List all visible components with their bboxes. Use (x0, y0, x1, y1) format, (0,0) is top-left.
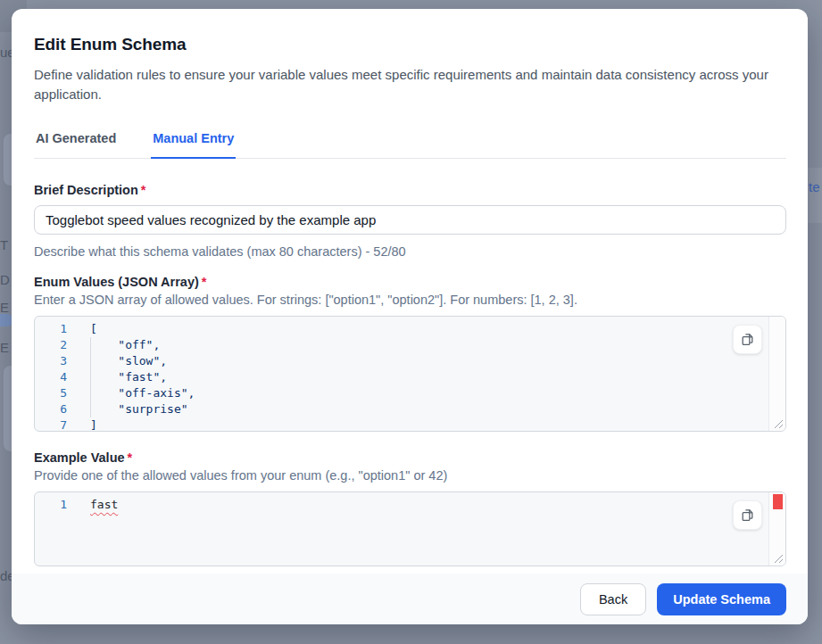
line-number: 1 (35, 497, 67, 513)
code-line-text: [ (90, 321, 97, 337)
indent-guide (90, 337, 91, 417)
brief-description-label-text: Brief Description (34, 183, 138, 197)
line-number: 1 (35, 321, 67, 337)
line-number: 4 (35, 369, 67, 385)
example-value-code-editor[interactable]: 1fast (34, 491, 786, 566)
enum-values-helper: Enter a JSON array of allowed values. Fo… (34, 292, 786, 308)
resize-handle[interactable] (774, 419, 784, 429)
edit-enum-schema-dialog: Edit Enum Schema Define validation rules… (12, 9, 808, 624)
code-line-text: "surprise" (90, 401, 188, 417)
code-line-text: "slow", (90, 353, 167, 369)
update-schema-button[interactable]: Update Schema (657, 583, 786, 615)
tab-bar: AI Generated Manual Entry (34, 131, 786, 159)
dialog-description: Define validation rules to ensure your v… (34, 65, 779, 104)
code-line-text: ] (90, 417, 97, 432)
line-number: 2 (35, 337, 67, 353)
required-asterisk: * (141, 183, 146, 197)
line-number: 3 (35, 353, 67, 369)
resize-handle[interactable] (774, 554, 784, 564)
example-value-helper: Provide one of the allowed values from y… (34, 467, 786, 483)
copy-button[interactable] (733, 325, 762, 354)
code-line-text: "off-axis", (90, 385, 195, 401)
copy-button[interactable] (733, 500, 762, 530)
code-line-text-error: fast (90, 497, 118, 513)
enum-values-code-editor[interactable]: 1[ 2 "off", 3 "slow", 4 "fast", 5 "off-a… (34, 316, 786, 432)
line-number: 5 (35, 385, 67, 401)
enum-values-label: Enum Values (JSON Array)* (34, 275, 786, 289)
brief-description-helper: Describe what this schema validates (max… (34, 244, 786, 260)
dialog-footer: Back Update Schema (12, 574, 808, 624)
backdrop-text-fragment: E (0, 340, 9, 355)
back-button[interactable]: Back (580, 583, 646, 615)
example-value-label: Example Value* (34, 450, 786, 465)
enum-values-label-text: Enum Values (JSON Array) (34, 275, 199, 289)
brief-description-input[interactable] (34, 205, 786, 235)
required-asterisk: * (202, 275, 207, 289)
dialog-title: Edit Enum Schema (34, 35, 786, 54)
dialog-body: Edit Enum Schema Define validation rules… (12, 9, 808, 574)
code-line-text: "fast", (90, 369, 167, 385)
copy-icon (740, 332, 755, 347)
error-annotation-marker (773, 494, 783, 509)
tab-ai-generated[interactable]: AI Generated (34, 131, 118, 159)
tab-manual-entry[interactable]: Manual Entry (151, 131, 236, 159)
editor-scrollbar-gutter (768, 317, 785, 431)
copy-icon (740, 508, 755, 523)
brief-description-label: Brief Description* (34, 183, 786, 197)
backdrop-link-fragment: te (809, 179, 820, 194)
example-value-label-text: Example Value (34, 450, 125, 465)
line-number: 7 (35, 417, 67, 432)
code-area[interactable]: 1[ 2 "off", 3 "slow", 4 "fast", 5 "off-a… (35, 317, 768, 431)
line-number: 6 (35, 401, 67, 417)
code-line-text: "off", (90, 337, 160, 353)
code-area[interactable]: 1fast (35, 492, 768, 566)
backdrop-text-fragment: T (0, 237, 8, 252)
backdrop-text-fragment: D (0, 272, 10, 287)
backdrop-band-fragment (808, 168, 822, 223)
backdrop-text-fragment: E (0, 300, 9, 315)
required-asterisk: * (128, 450, 133, 465)
